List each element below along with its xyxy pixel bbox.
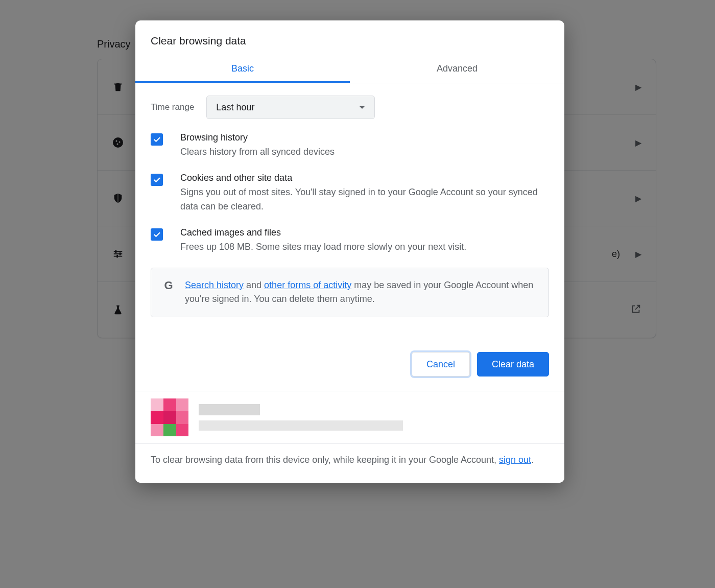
item-desc: Clears history from all synced devices — [180, 145, 335, 159]
google-account-info: G Search history and other forms of acti… — [151, 268, 549, 318]
link-other-activity[interactable]: other forms of activity — [264, 280, 351, 290]
item-title: Cookies and other site data — [180, 173, 549, 183]
item-title: Browsing history — [180, 132, 335, 143]
chevron-down-icon — [359, 106, 365, 109]
account-redacted — [199, 404, 403, 431]
link-sign-out[interactable]: sign out — [499, 455, 531, 465]
checkbox-cache[interactable] — [151, 228, 163, 241]
clear-browsing-data-dialog: Clear browsing data Basic Advanced Time … — [135, 20, 564, 483]
tab-advanced[interactable]: Advanced — [350, 56, 564, 83]
checkbox-browsing-history[interactable] — [151, 133, 163, 146]
clear-data-button[interactable]: Clear data — [477, 352, 549, 377]
item-desc: Frees up 108 MB. Some sites may load mor… — [180, 240, 466, 254]
avatar — [151, 398, 188, 436]
time-range-label: Time range — [151, 102, 194, 112]
checkbox-cookies[interactable] — [151, 174, 163, 186]
item-desc: Signs you out of most sites. You'll stay… — [180, 185, 549, 214]
tab-basic[interactable]: Basic — [135, 56, 350, 83]
signout-hint: To clear browsing data from this device … — [135, 443, 564, 483]
account-info — [135, 391, 564, 443]
dialog-title: Clear browsing data — [135, 20, 564, 56]
dialog-tabs: Basic Advanced — [135, 56, 564, 83]
time-range-value: Last hour — [216, 102, 254, 113]
google-icon: G — [162, 279, 175, 292]
time-range-select[interactable]: Last hour — [206, 96, 375, 119]
link-search-history[interactable]: Search history — [185, 280, 244, 290]
cancel-button[interactable]: Cancel — [412, 352, 470, 377]
info-text: Search history and other forms of activi… — [185, 278, 537, 307]
item-title: Cached images and files — [180, 227, 466, 238]
